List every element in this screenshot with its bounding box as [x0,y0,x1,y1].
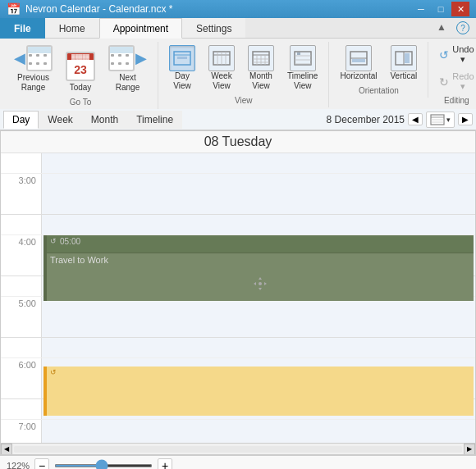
view-selector[interactable]: ▾ [426,112,455,128]
grid-cell-5h[interactable] [42,338,475,357]
view-group: Day View Week View Month View Timeline V… [158,42,329,107]
time-label-5: 5:00 [1,297,42,337]
time-row-6: 6:00 ↺ [1,358,475,399]
day-view-icon [169,45,195,71]
maximize-button[interactable]: □ [432,2,450,16]
day-tab[interactable]: Day [3,111,39,129]
zoom-bar: 122% − + [0,455,476,469]
scroll-left-button[interactable]: ◀ [1,444,12,455]
minimize-button[interactable]: ─ [412,2,430,16]
undo-button[interactable]: ↺ Undo ▾ [433,42,476,67]
travel-event-time-icon: ↺ [50,237,57,245]
travel-to-work-event[interactable]: ↺ 05:00 Travel to Work [43,235,474,301]
today-button[interactable]: ▓▓▓▓▓ 23 Today [60,48,101,96]
today-icon: ▓▓▓▓▓ 23 [66,52,95,81]
grid-cell-3[interactable] [42,174,475,214]
grid-cell-7[interactable] [42,420,475,443]
tab-file[interactable]: File [0,18,45,39]
week-view-icon [208,45,235,71]
horizontal-label: Horizontal [340,71,377,81]
tab-settings[interactable]: Settings [182,18,245,38]
window-controls: ─ □ ✕ [412,2,469,16]
time-label-6h [1,399,42,419]
month-view-icon [248,45,274,71]
redo-icon: ↻ [439,75,449,89]
month-view-button[interactable]: Month View [242,42,280,94]
morning-event[interactable]: ↺ [43,367,474,416]
nav-date-area: 8 December 2015 ◀ ▾ ▶ [327,112,473,128]
prev-range-button[interactable]: ◀ Previous Range [8,42,58,96]
week-tab[interactable]: Week [39,111,81,129]
undo-redo-area: ↺ Undo ▾ ↻ Redo ▾ [433,42,476,94]
time-row-7: 7:00 [1,420,475,443]
goto-group: ◀ Previous Range [3,42,158,109]
view-buttons: Day View Week View Month View Timeline V… [163,42,323,94]
timeline-view-icon [290,45,316,71]
tab-appointment[interactable]: Appointment [99,18,182,39]
time-label-6: 6:00 [1,358,42,398]
close-button[interactable]: ✕ [451,2,469,16]
day-view-label: Day View [173,71,191,91]
goto-label: Go To [70,98,92,109]
time-row-2h [1,153,475,174]
tab-home[interactable]: Home [45,18,99,38]
app-icon: 📅 [7,2,21,16]
next-range-label: Next Range [116,73,140,93]
next-date-button[interactable]: ▶ [458,113,473,125]
undo-icon: ↺ [439,48,449,61]
grid-cell-3h[interactable] [42,215,475,234]
time-row-3h [1,215,475,235]
grid-cell-4[interactable]: ↺ 05:00 Travel to Work [42,235,475,275]
time-label-2h [1,153,42,173]
prev-range-icon: ◀ [14,45,53,71]
prev-date-button[interactable]: ◀ [408,113,423,125]
grid-cell-2h[interactable] [42,153,475,173]
day-header: 08 Tuesday [1,131,475,153]
month-tab[interactable]: Month [82,111,127,129]
move-cursor [252,275,268,294]
month-view-label: Month View [249,71,272,91]
time-row-5h [1,338,475,358]
next-range-icon: ▶ [108,45,147,71]
editing-group: ↺ Undo ▾ ↻ Redo ▾ Editing [428,42,476,107]
scroll-track[interactable] [14,446,462,453]
travel-event-label: Travel to Work [47,253,474,266]
time-label-3: 3:00 [1,174,42,214]
orientation-buttons: Horizontal Vertical [334,42,423,84]
svg-rect-25 [405,53,410,63]
zoom-out-button[interactable]: − [34,458,49,470]
undo-label: Undo ▾ [452,44,474,65]
week-view-label: Week View [211,71,231,91]
next-range-button[interactable]: ▶ Next Range [103,42,153,96]
timeline-view-label: Timeline View [287,71,318,91]
ribbon-collapse-arrow[interactable]: ▲ [432,18,451,38]
vertical-button[interactable]: Vertical [384,42,423,84]
horizontal-scrollbar[interactable]: ◀ ▶ [1,443,475,454]
horizontal-button[interactable]: Horizontal [334,42,382,84]
time-grid[interactable]: 0:00 1:00 2:00 3:00 [1,153,475,443]
goto-buttons: ◀ Previous Range [8,42,153,96]
time-label-3h [1,215,42,234]
grid-cell-5[interactable] [42,297,475,337]
week-view-button[interactable]: Week View [203,42,240,94]
scroll-right-button[interactable]: ▶ [464,444,475,455]
time-row-5: 5:00 [1,297,475,338]
day-view-button[interactable]: Day View [163,42,201,94]
today-label: Today [70,83,92,93]
next-cal-icon [108,45,135,71]
svg-point-30 [259,282,262,285]
zoom-slider[interactable] [54,464,153,467]
time-label-7: 7:00 [1,420,42,443]
timeline-view-button[interactable]: Timeline View [281,42,323,94]
grid-cell-6[interactable]: ↺ [42,358,475,398]
redo-button[interactable]: ↻ Redo ▾ [433,69,476,94]
time-label-4h [1,276,42,296]
help-button[interactable]: ? [451,18,474,38]
ribbon-tabs: File Home Appointment Settings ▲ ? [0,18,476,39]
window-title: Nevron Calendar - Calendar.ncx * [25,3,412,15]
horizontal-icon [346,45,372,71]
timeline-tab[interactable]: Timeline [127,111,182,129]
zoom-in-button[interactable]: + [158,458,172,470]
calendar-main: 08 Tuesday 0:00 1:00 2:00 [0,130,476,455]
current-date: 8 December 2015 [327,114,405,125]
